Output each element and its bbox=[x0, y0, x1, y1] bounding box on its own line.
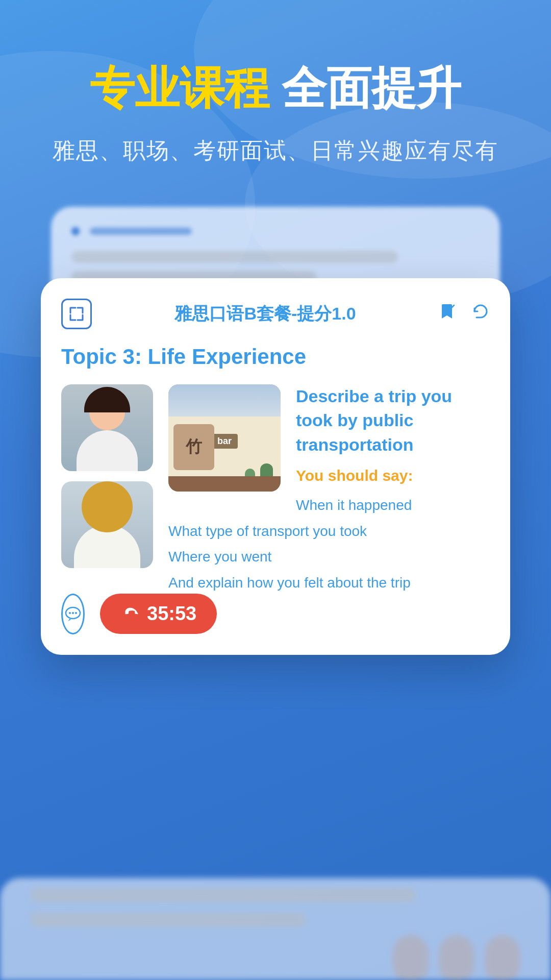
card-title: 雅思口语B套餐-提分1.0 bbox=[174, 302, 356, 326]
expand-icon[interactable] bbox=[61, 299, 92, 329]
chat-button[interactable] bbox=[61, 594, 85, 634]
say-items-list: When it happened What type of transport … bbox=[168, 493, 490, 596]
hero-section: 专业课程 全面提升 雅思、职场、考研面试、日常兴趣应有尽有 bbox=[0, 0, 551, 197]
trip-image: bar 竹 bbox=[168, 384, 281, 492]
avatars-column: 35:53 bbox=[61, 384, 153, 634]
hero-title-white: 全面提升 bbox=[282, 63, 461, 113]
bookmark-icon[interactable] bbox=[439, 301, 459, 326]
say-item-3: Where you went bbox=[168, 544, 490, 570]
svg-point-1 bbox=[69, 612, 71, 614]
say-item-4: And explain how you felt about the trip bbox=[168, 570, 490, 596]
card-header: 雅思口语B套餐-提分1.0 bbox=[61, 299, 490, 329]
say-item-1: When it happened bbox=[168, 493, 490, 518]
topic-title: Topic 3: Life Experience bbox=[61, 345, 490, 369]
bar-scene-illustration: bar 竹 bbox=[168, 384, 281, 492]
hero-subtitle: 雅思、职场、考研面试、日常兴趣应有尽有 bbox=[31, 136, 520, 166]
page-content: 专业课程 全面提升 雅思、职场、考研面试、日常兴趣应有尽有 bbox=[0, 0, 551, 980]
hero-title-yellow: 专业课程 bbox=[90, 63, 269, 113]
bg-card-header bbox=[71, 227, 480, 235]
avatar-teacher-2 bbox=[61, 481, 153, 568]
undo-icon[interactable] bbox=[469, 301, 490, 326]
bottom-controls: 35:53 bbox=[61, 594, 153, 634]
right-content: bar 竹 Describe a tri bbox=[168, 384, 490, 634]
main-card: 雅思口语B套餐-提分1.0 bbox=[41, 278, 510, 655]
topic-content: 35:53 bar bbox=[61, 384, 490, 634]
bottom-section bbox=[0, 878, 551, 980]
svg-point-3 bbox=[75, 612, 77, 614]
say-item-2: What type of transport you took bbox=[168, 519, 490, 544]
hero-title: 专业课程 全面提升 bbox=[31, 61, 520, 115]
avatar-teacher-1 bbox=[61, 384, 153, 471]
svg-point-2 bbox=[72, 612, 74, 614]
cards-section: 雅思口语B套餐-提分1.0 bbox=[0, 197, 551, 980]
header-icons bbox=[439, 301, 490, 326]
